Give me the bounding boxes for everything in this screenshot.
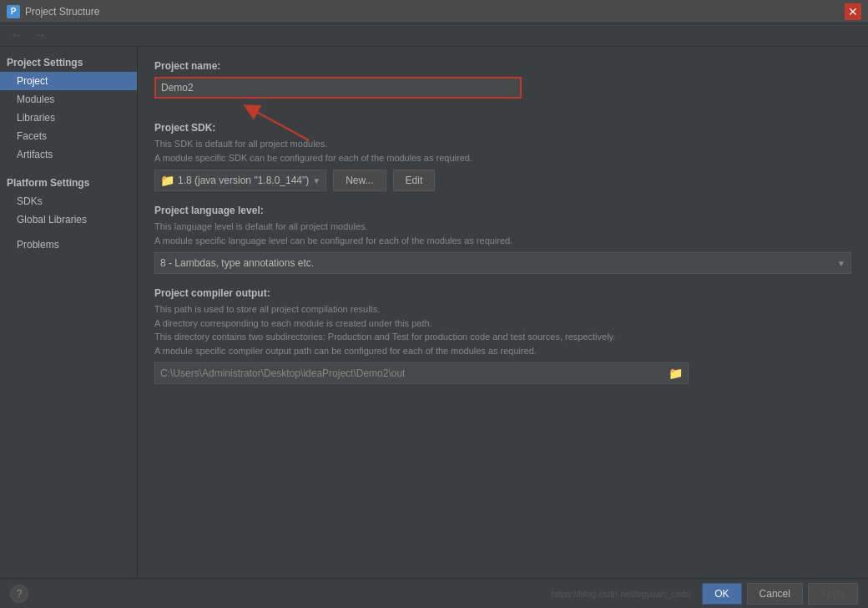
project-name-label: Project name: bbox=[154, 60, 851, 72]
sidebar-item-modules[interactable]: Modules bbox=[0, 90, 137, 109]
ok-button[interactable]: OK bbox=[702, 583, 741, 605]
main-container: Project Settings Project Modules Librari… bbox=[0, 47, 868, 578]
folder-icon: 📁 bbox=[160, 174, 174, 187]
sidebar: Project Settings Project Modules Librari… bbox=[0, 47, 138, 578]
compiler-output-label: Project compiler output: bbox=[154, 287, 851, 299]
sidebar-item-artifacts[interactable]: Artifacts bbox=[0, 145, 137, 164]
sdk-dropdown-arrow: ▼ bbox=[312, 176, 320, 185]
language-level-value: 8 - Lambdas, type annotations etc. bbox=[160, 257, 314, 269]
compiler-output-field[interactable]: C:\Users\Administrator\Desktop\ideaProje… bbox=[154, 362, 689, 384]
sidebar-item-facets[interactable]: Facets bbox=[0, 127, 137, 145]
sidebar-item-sdks[interactable]: SDKs bbox=[0, 192, 137, 210]
close-button[interactable]: ✕ bbox=[845, 3, 861, 20]
lang-dropdown-arrow: ▼ bbox=[837, 259, 845, 268]
cancel-button[interactable]: Cancel bbox=[747, 583, 803, 605]
title-bar: P Project Structure ✕ bbox=[0, 0, 868, 23]
sidebar-item-project[interactable]: Project bbox=[0, 72, 137, 90]
bottom-bar: ? https://blog.csdn.net/bgyuan_csdn OK C… bbox=[0, 578, 868, 608]
platform-settings-header: Platform Settings bbox=[0, 170, 137, 192]
back-arrow[interactable]: ← bbox=[7, 26, 27, 44]
annotation-arrow bbox=[225, 100, 326, 142]
compiler-output-browse-icon[interactable]: 📁 bbox=[669, 367, 683, 380]
sdk-dropdown[interactable]: 📁 1.8 (java version "1.8.0_144") ▼ bbox=[154, 170, 326, 191]
app-icon: P bbox=[7, 5, 20, 18]
content-area: Project name: Project SDK: This SDK is d… bbox=[138, 47, 868, 578]
bottom-left: ? bbox=[10, 585, 546, 603]
language-level-label: Project language level: bbox=[154, 205, 851, 216]
window-title: Project Structure bbox=[25, 6, 845, 18]
sdk-value: 1.8 (java version "1.8.0_144") bbox=[178, 175, 309, 186]
project-name-input[interactable] bbox=[154, 77, 522, 99]
sidebar-item-problems[interactable]: Problems bbox=[0, 236, 137, 254]
sdk-edit-button[interactable]: Edit bbox=[393, 170, 436, 191]
sdk-new-button[interactable]: New... bbox=[333, 170, 386, 191]
language-level-dropdown[interactable]: 8 - Lambdas, type annotations etc. ▼ bbox=[154, 252, 851, 274]
help-button[interactable]: ? bbox=[10, 585, 28, 603]
sidebar-divider bbox=[0, 164, 137, 170]
project-sdk-label: Project SDK: bbox=[154, 122, 851, 134]
project-settings-header: Project Settings bbox=[0, 50, 137, 72]
sidebar-item-global-libraries[interactable]: Global Libraries bbox=[0, 210, 137, 229]
language-level-desc: This language level is default for all p… bbox=[154, 220, 851, 247]
nav-bar: ← → bbox=[0, 23, 868, 47]
project-sdk-desc: This SDK is default for all project modu… bbox=[154, 137, 851, 165]
forward-arrow[interactable]: → bbox=[30, 26, 50, 44]
sidebar-divider-2 bbox=[0, 229, 137, 236]
apply-button[interactable]: Apply bbox=[808, 583, 858, 605]
sidebar-item-libraries[interactable]: Libraries bbox=[0, 109, 137, 127]
watermark: https://blog.csdn.net/bgyuan_csdn bbox=[551, 589, 690, 599]
sdk-row: 📁 1.8 (java version "1.8.0_144") ▼ New..… bbox=[154, 170, 851, 191]
compiler-output-path: C:\Users\Administrator\Desktop\ideaProje… bbox=[160, 367, 405, 379]
compiler-output-desc: This path is used to store all project c… bbox=[154, 302, 851, 357]
